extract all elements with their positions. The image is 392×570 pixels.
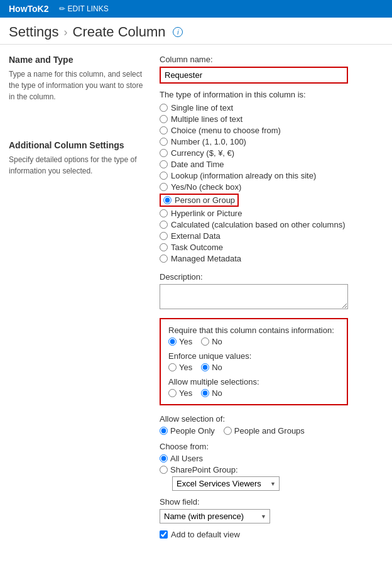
type-hyperlink[interactable]: Hyperlink or Picture [160, 209, 383, 218]
people-only-option[interactable]: People Only [160, 426, 215, 436]
enforce-no-option[interactable]: No [201, 363, 222, 372]
type-task-outcome[interactable]: Task Outcome [160, 243, 383, 252]
all-users-label: All Users [170, 454, 203, 463]
pencil-icon: ✏ [59, 4, 65, 13]
add-default-view-label: Add to default view [171, 530, 240, 539]
multiple-no-label: No [212, 388, 222, 398]
show-field-label: Show field: [160, 497, 348, 507]
multiple-row: Allow multiple selections: Yes No [168, 377, 339, 398]
require-radio-group: Yes No [168, 337, 339, 346]
breadcrumb-create-column: Create Column [73, 24, 166, 40]
allow-selection-section: Allow selection of: People Only People a… [160, 414, 348, 436]
edit-links-button[interactable]: ✏ EDIT LINKS [59, 4, 109, 13]
column-name-label: Column name: [160, 55, 383, 64]
sharepoint-group-option[interactable]: SharePoint Group: [160, 465, 348, 474]
type-label: The type of information in this column i… [160, 90, 383, 99]
breadcrumb-settings: Settings [9, 24, 59, 40]
people-groups-option[interactable]: People and Groups [224, 426, 305, 436]
breadcrumb: Settings › Create Column i [9, 24, 383, 40]
type-date-time[interactable]: Date and Time [160, 160, 383, 169]
breadcrumb-arrow: › [64, 26, 68, 39]
type-radio-group: Single line of text Multiple lines of te… [160, 103, 383, 263]
require-yes-label: Yes [179, 337, 192, 346]
sharepoint-group-select[interactable]: Excel Services Viewers Approvers Designe… [172, 476, 280, 491]
require-label: Require that this column contains inform… [168, 326, 339, 335]
type-multiple-lines[interactable]: Multiple lines of text [160, 114, 383, 124]
enforce-row: Enforce unique values: Yes No [168, 351, 339, 372]
left-panel: Name and Type Type a name for this colum… [9, 55, 160, 539]
type-person-or-group[interactable]: Person or Group [160, 194, 383, 207]
type-external-data[interactable]: External Data [160, 231, 383, 241]
column-name-input[interactable] [160, 67, 348, 84]
right-panel: Column name: The type of information in … [160, 55, 383, 539]
multiple-radio-group: Yes No [168, 388, 339, 398]
sharepoint-group-select-wrapper: Excel Services Viewers Approvers Designe… [172, 476, 280, 491]
enforce-label: Enforce unique values: [168, 351, 339, 361]
add-default-view-row[interactable]: Add to default view [160, 530, 383, 539]
type-number[interactable]: Number (1, 1.0, 100) [160, 137, 383, 146]
description-label: Description: [160, 272, 383, 282]
multiple-yes-label: Yes [179, 388, 192, 398]
person-or-group-selected-box: Person or Group [160, 194, 239, 207]
all-users-option[interactable]: All Users [160, 454, 348, 463]
multiple-yes-option[interactable]: Yes [168, 388, 192, 398]
type-yes-no[interactable]: Yes/No (check box) [160, 182, 383, 192]
sharepoint-dropdown-row: Excel Services Viewers Approvers Designe… [172, 476, 348, 491]
require-row: Require that this column contains inform… [168, 326, 339, 346]
people-only-label: People Only [170, 426, 215, 436]
show-field-section: Show field: Name (with presence) Name (w… [160, 497, 348, 523]
additional-title: Additional Column Settings [9, 140, 147, 150]
enforce-yes-option[interactable]: Yes [168, 363, 192, 372]
require-no-label: No [212, 337, 222, 346]
name-and-type-title: Name and Type [9, 55, 147, 65]
show-field-select[interactable]: Name (with presence) Name (without prese… [160, 509, 270, 523]
show-field-select-wrapper: Name (with presence) Name (without prese… [160, 509, 270, 523]
type-managed-metadata[interactable]: Managed Metadata [160, 254, 383, 263]
add-default-view-checkbox[interactable] [160, 530, 168, 539]
require-yes-option[interactable]: Yes [168, 337, 192, 346]
allow-selection-radio-group: People Only People and Groups [160, 426, 348, 436]
main-content: Name and Type Type a name for this colum… [0, 45, 392, 549]
page-header: Settings › Create Column i [0, 18, 392, 45]
enforce-yes-label: Yes [179, 363, 192, 372]
enforce-no-label: No [212, 363, 222, 372]
site-title[interactable]: HowToK2 [9, 4, 49, 14]
type-single-line[interactable]: Single line of text [160, 103, 383, 112]
sharepoint-group-label: SharePoint Group: [170, 465, 238, 474]
info-icon[interactable]: i [173, 27, 183, 37]
settings-box: Require that this column contains inform… [160, 318, 348, 405]
multiple-no-option[interactable]: No [201, 388, 222, 398]
multiple-label: Allow multiple selections: [168, 377, 339, 386]
enforce-radio-group: Yes No [168, 363, 339, 372]
type-currency[interactable]: Currency ($, ¥, €) [160, 148, 383, 158]
additional-section: Additional Column Settings Specify detai… [9, 140, 147, 177]
description-input[interactable] [160, 284, 348, 309]
type-calculated[interactable]: Calculated (calculation based on other c… [160, 220, 383, 229]
top-bar: HowToK2 ✏ EDIT LINKS [0, 0, 392, 18]
choose-from-label: Choose from: [160, 442, 348, 451]
type-choice[interactable]: Choice (menu to choose from) [160, 126, 383, 135]
type-lookup[interactable]: Lookup (information already on this site… [160, 171, 383, 180]
name-and-type-desc: Type a name for this column, and select … [9, 69, 147, 102]
require-no-option[interactable]: No [201, 337, 222, 346]
additional-desc: Specify detailed options for the type of… [9, 154, 147, 177]
people-groups-label: People and Groups [234, 426, 305, 436]
choose-from-section: Choose from: All Users SharePoint Group:… [160, 442, 348, 491]
allow-selection-label: Allow selection of: [160, 414, 348, 424]
